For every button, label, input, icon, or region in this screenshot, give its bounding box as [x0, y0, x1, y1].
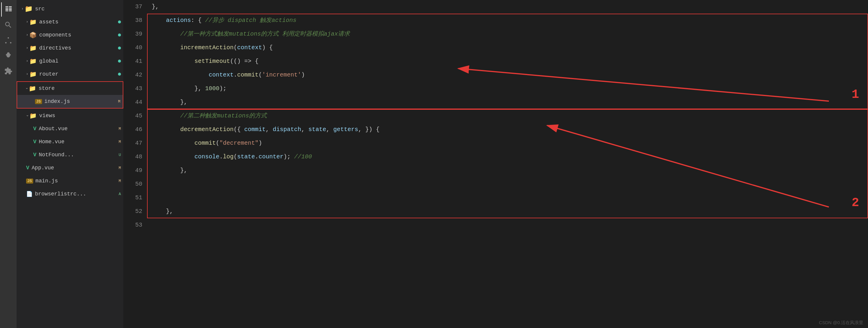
- svg-point-1: [5, 42, 7, 43]
- line-number: 50: [123, 177, 142, 191]
- sidebar-item-label: router: [39, 71, 116, 77]
- code-line-41: setTimeout(() => {: [147, 55, 868, 68]
- sidebar-item-about-vue[interactable]: V About.vue M: [17, 122, 123, 135]
- sidebar-item-browserlistrc[interactable]: 📄 browserlistrc... A: [17, 187, 123, 201]
- js-icon: JS: [26, 179, 33, 184]
- js-icon: JS: [35, 99, 42, 104]
- folder-icon: 📁: [29, 70, 37, 78]
- line-number: 38: [123, 13, 142, 27]
- untracked-badge: U: [119, 153, 121, 157]
- sidebar-item-directives[interactable]: › 📁 directives: [17, 41, 123, 55]
- folder-components-icon: 📦: [29, 31, 37, 39]
- folder-special-icon: 📁: [25, 5, 33, 13]
- sidebar-item-label: NotFound...: [39, 152, 117, 158]
- extensions-icon[interactable]: [1, 64, 16, 78]
- sidebar-item-store[interactable]: › 📁 store: [17, 82, 123, 95]
- modified-badge: M: [119, 179, 121, 183]
- code-line-48: console.log(state.counter); //100: [147, 150, 868, 164]
- line-number: 53: [123, 218, 142, 232]
- status-badge: [118, 60, 121, 63]
- sidebar-item-label: browserlistrc...: [35, 191, 117, 197]
- code-line-47: commit("decrement"): [147, 137, 868, 150]
- code-line-45: //第二种触发mutations的方式: [147, 109, 868, 123]
- status-badge: [118, 73, 121, 76]
- code-line-37: },: [147, 0, 868, 13]
- chevron-down-icon: ›: [25, 87, 29, 89]
- chevron-right-icon: ›: [26, 20, 28, 24]
- line-number: 45: [123, 109, 142, 123]
- file-icon: 📄: [26, 191, 33, 197]
- line-number: 37: [123, 0, 142, 13]
- line-number: 46: [123, 123, 142, 137]
- line-number: 40: [123, 41, 142, 55]
- sidebar-item-label: store: [38, 85, 120, 91]
- sidebar-item-app-vue[interactable]: V App.vue M: [17, 161, 123, 174]
- chevron-right-icon: ›: [26, 46, 28, 50]
- vue-icon: V: [33, 152, 36, 158]
- code-line-50: [147, 177, 868, 191]
- line-number: 41: [123, 55, 142, 68]
- explorer-icon[interactable]: [1, 2, 16, 17]
- code-line-52: },: [147, 205, 868, 218]
- sidebar-item-notfound-vue[interactable]: V NotFound... U: [17, 148, 123, 161]
- code-line-43: }, 1000);: [147, 82, 868, 95]
- svg-point-2: [10, 42, 11, 43]
- line-number: 52: [123, 205, 142, 218]
- sidebar-item-assets[interactable]: › 📁 assets: [17, 16, 123, 28]
- debug-icon[interactable]: [1, 49, 16, 63]
- git-icon[interactable]: [1, 33, 16, 48]
- sidebar-item-label: main.js: [36, 178, 117, 184]
- sidebar-item-label: global: [39, 58, 116, 64]
- folder-icon: 📁: [29, 19, 37, 26]
- code-line-46: decrementAction({ commit, dispatch, stat…: [147, 123, 868, 137]
- sidebar-item-src[interactable]: › 📁 src: [17, 2, 123, 16]
- search-icon[interactable]: [1, 18, 16, 32]
- line-number: 42: [123, 68, 142, 82]
- folder-icon: 📁: [29, 44, 37, 52]
- sidebar-item-label: directives: [39, 45, 116, 51]
- sidebar-item-label: views: [39, 113, 121, 119]
- sidebar-item-index-js[interactable]: JS index.js M: [17, 95, 123, 108]
- sidebar: › 📁 src › 📁 assets › 📦 components › 📁 di…: [17, 0, 123, 328]
- modified-badge: M: [119, 127, 121, 131]
- code-content[interactable]: 1 2 }, a: [147, 0, 868, 328]
- sidebar-item-views[interactable]: › 📁 views: [17, 109, 123, 122]
- sidebar-item-label: index.js: [44, 98, 117, 105]
- folder-icon: 📁: [29, 58, 37, 65]
- code-line-53: [147, 218, 868, 232]
- sidebar-item-label: About.vue: [39, 126, 117, 132]
- vue-icon: V: [33, 126, 36, 132]
- sidebar-item-main-js[interactable]: JS main.js M: [17, 174, 123, 187]
- sidebar-item-components[interactable]: › 📦 components: [17, 28, 123, 41]
- watermark: CSDN @0.活在风浪里: [819, 320, 863, 326]
- sidebar-item-label: App.vue: [32, 165, 117, 171]
- status-badge: [118, 21, 121, 24]
- chevron-right-icon: ›: [26, 59, 28, 63]
- status-badge: [118, 47, 121, 50]
- folder-vue-icon: 📁: [29, 112, 37, 120]
- vue-icon: V: [33, 139, 36, 145]
- code-line-38: actions: { //异步 dispatch 触发actions: [147, 13, 868, 27]
- line-number: 48: [123, 150, 142, 164]
- activity-bar: [0, 0, 17, 328]
- line-number: 49: [123, 164, 142, 177]
- line-number: 47: [123, 137, 142, 150]
- line-number: 44: [123, 95, 142, 109]
- sidebar-item-global[interactable]: › 📁 global: [17, 55, 123, 68]
- code-editor: 37 38 39 40 41 42 43 44 45 46 47 48 49 5…: [123, 0, 868, 328]
- line-numbers: 37 38 39 40 41 42 43 44 45 46 47 48 49 5…: [123, 0, 147, 328]
- added-badge: A: [119, 192, 121, 196]
- code-line-49: },: [147, 164, 868, 177]
- sidebar-item-home-vue[interactable]: V Home.vue M: [17, 135, 123, 148]
- folder-icon: 📁: [29, 85, 36, 92]
- sidebar-item-label: assets: [39, 19, 116, 25]
- svg-point-0: [8, 37, 9, 39]
- modified-badge: M: [119, 166, 121, 170]
- code-line-51: [147, 191, 868, 205]
- sidebar-item-router[interactable]: › 📁 router: [17, 68, 123, 81]
- line-number: 51: [123, 191, 142, 205]
- line-number: 39: [123, 27, 142, 41]
- vue-icon: V: [26, 165, 29, 171]
- status-badge: [118, 33, 121, 36]
- code-line-42: context.commit('increment'): [147, 68, 868, 82]
